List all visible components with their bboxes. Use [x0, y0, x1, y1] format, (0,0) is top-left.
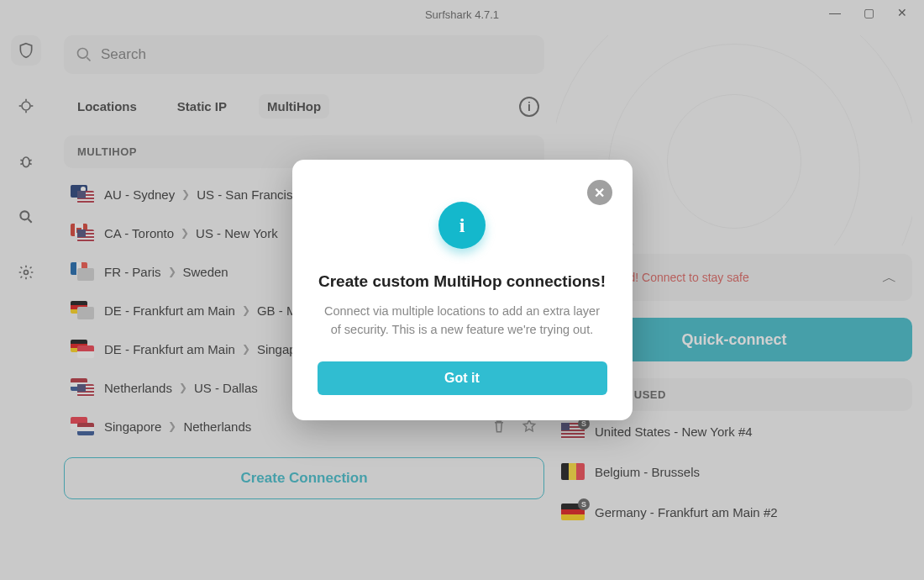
got-it-button[interactable]: Got it — [318, 361, 607, 395]
close-modal-button[interactable]: ✕ — [587, 180, 612, 205]
modal-title: Create custom MultiHop connections! — [318, 272, 607, 291]
modal-overlay[interactable]: ✕ i Create custom MultiHop connections! … — [0, 0, 924, 580]
multihop-info-modal: ✕ i Create custom MultiHop connections! … — [292, 160, 633, 420]
modal-body: Connect via multiple locations to add an… — [318, 303, 607, 340]
info-icon: i — [438, 202, 486, 249]
